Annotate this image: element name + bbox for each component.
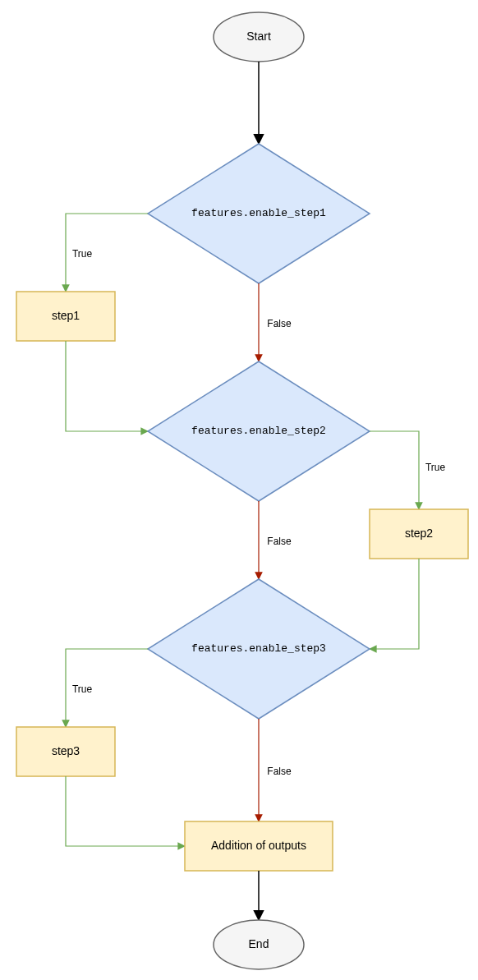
process-sum-label: Addition of outputs (211, 839, 306, 852)
edge-d2-true-label: True (425, 462, 446, 473)
edge-d3-true-label: True (72, 683, 93, 695)
process-step3-label: step3 (52, 744, 80, 757)
edge-d3-false-label: False (267, 766, 292, 777)
edge-p2-d3 (370, 559, 419, 649)
decision-step1-label: features.enable_step1 (191, 207, 326, 219)
edge-p3-sum (66, 776, 185, 846)
end-label: End (249, 937, 269, 950)
edge-d2-true (370, 431, 419, 509)
decision-step2-label: features.enable_step2 (191, 425, 326, 437)
start-label: Start (246, 30, 271, 43)
process-step2-label: step2 (405, 527, 433, 540)
edge-d1-true-label: True (72, 248, 93, 260)
flowchart: Start features.enable_step1 True False s… (0, 0, 478, 980)
process-step1-label: step1 (52, 309, 80, 322)
edge-d1-false-label: False (267, 318, 292, 329)
edge-d2-false-label: False (267, 536, 292, 547)
edge-p1-d2 (66, 341, 148, 431)
decision-step3-label: features.enable_step3 (191, 642, 326, 655)
